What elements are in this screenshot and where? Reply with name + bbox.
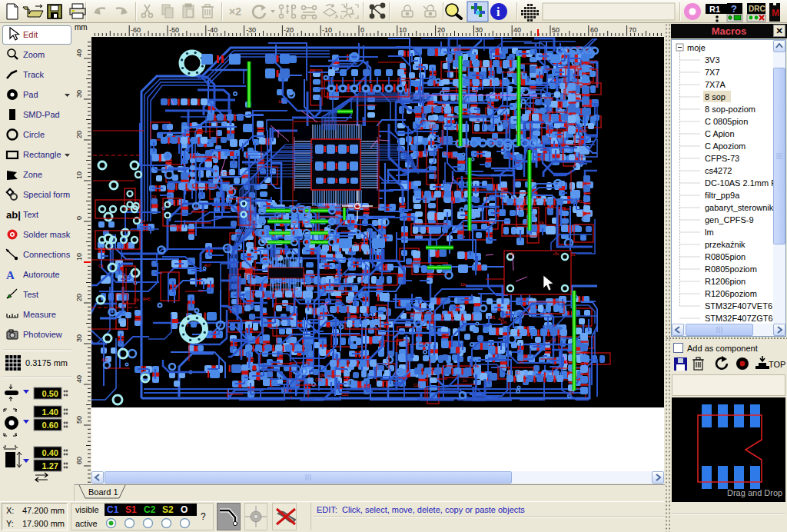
svg-text:+5v: +5v	[508, 251, 515, 256]
svg-text:C22: C22	[341, 392, 348, 397]
svg-text:0.50: 0.50	[42, 389, 58, 398]
svg-text:×2: ×2	[229, 5, 241, 18]
svg-text:3V3: 3V3	[705, 55, 720, 65]
svg-text:R12: R12	[429, 124, 436, 128]
svg-text:50: 50	[75, 416, 83, 424]
svg-text:0.60: 0.60	[42, 421, 58, 430]
svg-text:Photoview: Photoview	[23, 330, 62, 339]
svg-text:40: 40	[75, 375, 83, 383]
svg-text:20: 20	[75, 131, 83, 138]
svg-text:10n: 10n	[464, 144, 471, 148]
svg-text:Drag and Drop: Drag and Drop	[727, 488, 782, 497]
svg-text:0: 0	[75, 216, 83, 220]
svg-text:10k: 10k	[581, 128, 588, 133]
svg-text:60: 60	[590, 26, 598, 34]
svg-text:0.3175 mm: 0.3175 mm	[25, 358, 68, 367]
svg-text:gen_CPFS-9: gen_CPFS-9	[705, 215, 754, 224]
svg-text:10k: 10k	[133, 298, 140, 302]
svg-text:STM32F407ZGT6: STM32F407ZGT6	[705, 314, 773, 323]
svg-text:1n: 1n	[463, 378, 467, 383]
svg-text:1n: 1n	[278, 99, 283, 104]
svg-text:A: A	[6, 269, 15, 281]
svg-text:30: 30	[75, 334, 83, 342]
svg-text:10n: 10n	[500, 320, 507, 324]
svg-text:-20: -20	[284, 26, 294, 34]
svg-text:Test: Test	[23, 290, 38, 299]
svg-text:C Apoziom: C Apoziom	[705, 141, 745, 151]
svg-text:R1: R1	[516, 371, 521, 375]
svg-text:30: 30	[475, 26, 483, 34]
svg-text:3v3: 3v3	[354, 241, 362, 247]
svg-text:4u7: 4u7	[204, 263, 211, 268]
svg-text:Track: Track	[23, 70, 45, 79]
svg-text:Zone: Zone	[23, 170, 42, 179]
svg-text:R12: R12	[577, 199, 584, 204]
svg-text:Circle: Circle	[23, 130, 45, 139]
svg-text:-50: -50	[169, 26, 179, 34]
svg-text:-60: -60	[131, 26, 141, 34]
svg-text:TOP: TOP	[769, 360, 785, 369]
svg-text:R1206pion: R1206pion	[705, 277, 745, 286]
svg-text:CFPS-73: CFPS-73	[705, 154, 739, 163]
svg-text:C22: C22	[151, 204, 158, 208]
svg-text:Edit: Edit	[23, 30, 38, 39]
svg-text:C22: C22	[413, 383, 420, 387]
svg-text:Pad: Pad	[23, 90, 38, 99]
svg-text:Board 1: Board 1	[88, 487, 118, 497]
svg-text:8 sop-poziom: 8 sop-poziom	[705, 105, 755, 114]
svg-text:C22: C22	[223, 171, 230, 176]
svg-text:C Apion: C Apion	[705, 129, 735, 138]
svg-text:R0805poziom: R0805poziom	[705, 264, 757, 274]
svg-text:10n: 10n	[451, 155, 458, 160]
svg-text:?: ?	[731, 3, 737, 15]
svg-text:40: 40	[75, 49, 83, 57]
svg-text:R1: R1	[317, 316, 323, 321]
svg-text:C4: C4	[551, 337, 556, 342]
svg-text:C4: C4	[98, 264, 104, 268]
svg-text:C 0805pion: C 0805pion	[705, 117, 748, 126]
svg-text:R33: R33	[443, 151, 450, 156]
svg-text:ab|: ab|	[6, 209, 21, 221]
svg-text:C4: C4	[310, 68, 315, 73]
svg-text:lm: lm	[705, 228, 714, 237]
svg-text:0: 0	[360, 26, 364, 34]
svg-text:10k: 10k	[318, 373, 325, 377]
svg-text:-10: -10	[322, 26, 332, 34]
svg-text:30: 30	[75, 90, 83, 98]
svg-text:4u7: 4u7	[101, 357, 108, 362]
svg-text:10k: 10k	[538, 221, 545, 225]
svg-text:10: 10	[75, 253, 83, 261]
svg-text:10: 10	[75, 171, 83, 179]
svg-text:SMD-Pad: SMD-Pad	[23, 110, 60, 119]
svg-text:C22: C22	[453, 47, 460, 52]
svg-text:-40: -40	[208, 26, 218, 34]
svg-text:7X7A: 7X7A	[705, 80, 726, 89]
svg-text:Text: Text	[23, 210, 38, 219]
svg-text:DRC: DRC	[749, 5, 765, 13]
svg-text:R12: R12	[224, 205, 231, 210]
svg-text:-30: -30	[246, 26, 256, 34]
svg-text:Rectangle: Rectangle	[23, 150, 61, 159]
svg-text:C4: C4	[546, 339, 551, 344]
svg-text:Zoom: Zoom	[23, 50, 45, 59]
svg-text:Connections: Connections	[23, 250, 71, 259]
svg-text:R1: R1	[709, 5, 720, 14]
svg-text:10: 10	[399, 26, 407, 34]
svg-text:1.40: 1.40	[42, 407, 58, 417]
svg-text:20: 20	[75, 294, 83, 301]
svg-text:0.40: 0.40	[42, 448, 58, 457]
svg-text:R1206poziom: R1206poziom	[705, 289, 757, 298]
svg-text:4u7: 4u7	[264, 282, 271, 287]
svg-text:R1: R1	[519, 360, 524, 364]
svg-text:C4: C4	[347, 300, 353, 304]
svg-text:M: M	[772, 8, 779, 18]
svg-text:R12: R12	[230, 186, 237, 191]
svg-text:i: i	[496, 5, 500, 18]
svg-text:STM32F407VET6: STM32F407VET6	[705, 301, 772, 311]
svg-text:moje: moje	[687, 43, 706, 52]
svg-text:cs4272: cs4272	[705, 166, 732, 175]
svg-text:R1: R1	[490, 315, 496, 320]
svg-text:DC-10AS 2.1mm Pir: DC-10AS 2.1mm Pir	[705, 178, 773, 188]
svg-text:R12: R12	[251, 267, 257, 271]
svg-text:C51: C51	[315, 377, 322, 382]
